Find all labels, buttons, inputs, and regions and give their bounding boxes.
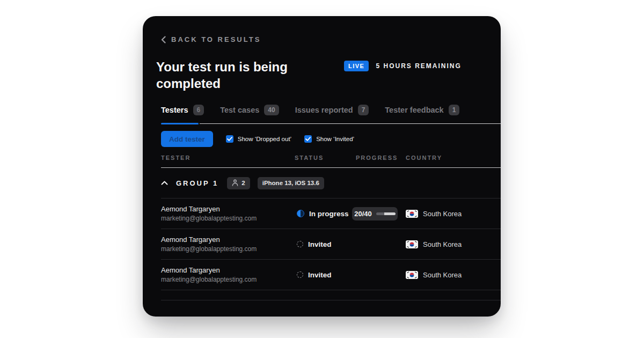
progress-pill: 20/40 (352, 207, 398, 221)
south-korea-flag-icon (406, 240, 418, 248)
header: Your test run is being completed LIVE 5 … (156, 58, 501, 92)
tab-issues-reported[interactable]: Issues reported 7 (295, 105, 369, 115)
chevron-left-icon (161, 36, 166, 43)
column-header-country: COUNTRY (406, 155, 501, 161)
table-header-row: TESTER STATUS PROGRESS COUNTRY (161, 155, 501, 168)
tester-cell: Aemond Targaryen marketing@globalapptest… (161, 236, 295, 253)
test-run-card: BACK TO RESULTS Your test run is being c… (143, 16, 501, 317)
chevron-up-icon[interactable] (161, 181, 168, 185)
tab-test-cases-count-badge: 40 (264, 105, 279, 115)
tester-name: Aemond Targaryen (161, 266, 295, 274)
column-header-progress: PROGRESS (356, 155, 406, 161)
page-title: Your test run is being completed (156, 58, 312, 92)
checkbox-checked-icon (304, 135, 312, 143)
progress-bar (376, 212, 396, 215)
tester-name: Aemond Targaryen (161, 205, 295, 213)
country-label: South Korea (423, 240, 462, 248)
country-cell: South Korea (406, 271, 501, 279)
tester-email: marketing@globalapptesting.com (161, 276, 295, 283)
status-cell: In progress (295, 210, 356, 218)
group-member-count: 2 (241, 180, 245, 186)
group-device-chip: iPhone 13, iOS 13.6 (258, 177, 324, 189)
tab-tester-feedback-count-badge: 1 (449, 105, 460, 115)
country-cell: South Korea (406, 240, 501, 248)
tab-tester-feedback-label: Tester feedback (385, 106, 443, 114)
status-label: Invited (308, 271, 332, 279)
live-status: LIVE 5 HOURS REMAINING (344, 61, 462, 71)
column-header-status: STATUS (295, 155, 356, 161)
live-badge: LIVE (344, 61, 369, 71)
tab-tester-feedback[interactable]: Tester feedback 1 (385, 105, 459, 115)
back-to-results-link[interactable]: BACK TO RESULTS (161, 35, 501, 43)
tab-test-cases-label: Test cases (220, 106, 259, 114)
group-label: GROUP 1 (176, 179, 218, 187)
south-korea-flag-icon (406, 271, 418, 279)
tester-row[interactable]: Aemond Targaryen marketing@globalapptest… (161, 260, 501, 290)
tester-name: Aemond Targaryen (161, 236, 295, 244)
show-dropped-out-label: Show ‘Dropped out’ (238, 136, 291, 142)
tab-divider-line (200, 123, 501, 124)
progress-value: 20/40 (354, 210, 372, 218)
tester-row[interactable]: Aemond Targaryen marketing@globalapptest… (161, 229, 501, 260)
tester-email: marketing@globalapptesting.com (161, 215, 295, 222)
south-korea-flag-icon (406, 210, 418, 218)
active-tab-indicator (161, 123, 199, 124)
time-remaining-label: 5 HOURS REMAINING (376, 62, 461, 70)
tab-bar: Testers 6 Test cases 40 Issues reported … (143, 105, 501, 124)
country-label: South Korea (423, 271, 462, 279)
toolbar: Add tester Show ‘Dropped out’ Show ‘Invi… (161, 131, 501, 147)
show-invited-checkbox[interactable]: Show ‘Invited’ (304, 135, 354, 143)
status-cell: Invited (295, 271, 356, 279)
tester-email: marketing@globalapptesting.com (161, 245, 295, 253)
add-tester-button[interactable]: Add tester (161, 131, 213, 147)
group-member-count-chip: 2 (227, 177, 250, 189)
column-header-tester: TESTER (161, 155, 295, 161)
tester-row[interactable]: Aemond Targaryen marketing@globalapptest… (161, 199, 501, 229)
tester-cell: Aemond Targaryen marketing@globalapptest… (161, 266, 295, 283)
country-cell: South Korea (406, 210, 501, 218)
person-icon (232, 179, 238, 187)
back-to-results-label: BACK TO RESULTS (171, 35, 261, 43)
country-label: South Korea (423, 210, 462, 218)
status-cell: Invited (295, 240, 356, 248)
checkbox-checked-icon (226, 135, 233, 143)
half-filled-circle-icon (297, 210, 304, 217)
show-dropped-out-checkbox[interactable]: Show ‘Dropped out’ (226, 135, 291, 143)
group-header-row[interactable]: GROUP 1 2 iPhone 13, iOS 13.6 (161, 168, 501, 199)
next-row-edge (161, 290, 501, 300)
status-label: Invited (308, 240, 332, 248)
show-invited-label: Show ‘Invited’ (316, 136, 354, 142)
dashed-circle-icon (297, 271, 303, 278)
tab-issues-reported-count-badge: 7 (358, 105, 369, 115)
dashed-circle-icon (297, 241, 303, 247)
tab-test-cases[interactable]: Test cases 40 (220, 105, 279, 115)
tab-testers-count-badge: 6 (193, 105, 204, 115)
progress-cell: 20/40 (356, 207, 406, 221)
tester-cell: Aemond Targaryen marketing@globalapptest… (161, 205, 295, 222)
tab-testers-label: Testers (161, 106, 188, 114)
status-label: In progress (309, 210, 349, 218)
tab-issues-reported-label: Issues reported (295, 106, 353, 114)
tab-testers[interactable]: Testers 6 (161, 105, 204, 115)
